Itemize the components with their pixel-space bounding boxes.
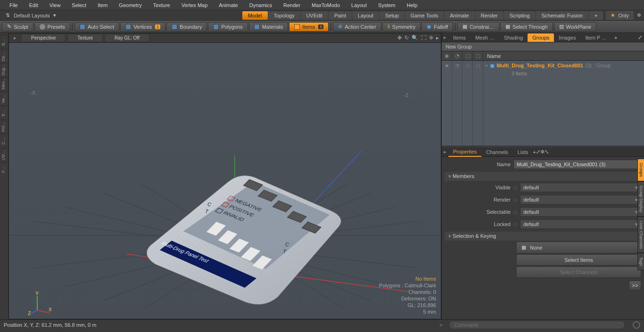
tab-render[interactable]: Render [475,11,504,20]
menu-view[interactable]: View [44,2,66,8]
tab-items[interactable]: Items [448,33,471,42]
menu-layout[interactable]: Layout [346,2,372,8]
new-group-button[interactable]: New Group [442,42,644,51]
workplane-button[interactable]: ▨WorkPlane [554,22,597,32]
tab-mesh[interactable]: Mesh … [471,33,499,42]
tab-topology[interactable]: Topology [268,11,300,20]
menu-animate[interactable]: Animate [213,2,243,8]
viewport[interactable]: ▸ Perspective Texture Ray GL: Off ✥ ↻ 🔍 … [8,33,441,319]
menu-maxtomodo[interactable]: MaxToModo [306,2,346,8]
select-items-button[interactable]: Select Items [516,254,641,266]
panel-arrow-icon[interactable]: ▸ [442,34,448,40]
left-tab-1[interactable]: De… [0,49,8,63]
visible-keyframe-icon[interactable]: ◇ [513,185,517,191]
undock-icon[interactable]: ⤢ [536,149,540,155]
menu-vertexmap[interactable]: Vertex Map [176,2,214,8]
tab-setup[interactable]: Setup [380,11,405,20]
select-through-button[interactable]: ▦Select Through [500,22,553,32]
add-panel-tab[interactable]: + [611,35,620,40]
locked-keyframe-icon[interactable]: ◇ [513,221,517,227]
presets-button[interactable]: Presets [34,22,70,32]
tab-lists[interactable]: Lists [513,148,533,156]
tab-itemp[interactable]: Item P … [580,33,611,42]
locked-dropdown[interactable]: default [520,219,641,229]
visible-dropdown[interactable]: default [520,183,641,192]
materials-button[interactable]: Materials [249,22,289,32]
tab-layout[interactable]: Layout [352,11,379,20]
tab-scripting[interactable]: Scripting [504,11,536,20]
view-mode-perspective[interactable]: Perspective [21,34,66,42]
tab-images[interactable]: Images [554,33,580,42]
view-mode-raygl[interactable]: Ray GL: Off [105,34,149,42]
layout-switcher[interactable]: ⇅ Default Layouts ▾ [2,12,60,18]
eye-column-icon[interactable]: ◉ [442,51,452,60]
rotate-icon[interactable]: ↻ [405,35,409,41]
boundary-button[interactable]: Boundary [166,22,207,32]
left-tab-4[interactable]: Ve… [0,91,8,105]
menu-geometry[interactable]: Geometry [113,2,147,8]
menu-system[interactable]: System [372,2,401,8]
left-tab-7[interactable]: C… [0,134,8,148]
command-input[interactable] [449,321,625,329]
vertices-button[interactable]: Vertices1 [120,22,165,32]
polygons-button[interactable]: Polygons [208,22,248,32]
prop-gear-icon[interactable]: ✲ [540,149,545,155]
name-column-header[interactable]: Name [483,53,504,59]
menu-render[interactable]: Render [278,2,306,8]
tab-shading[interactable]: Shading [499,33,528,42]
name-input[interactable] [513,160,641,169]
menu-texture[interactable]: Texture [148,2,176,8]
lock-column-icon[interactable]: ▢ [462,51,473,60]
axis-gizmo[interactable]: Y X Z [28,292,51,315]
add-tab-button[interactable]: + [589,11,603,20]
expand-icon[interactable]: + [483,63,490,68]
viewport-3d-canvas[interactable]: -X -Z [9,43,441,319]
tab-schematic[interactable]: Schematic Fusion [536,11,588,20]
menu-item[interactable]: Item [92,2,113,8]
more-button[interactable]: >> [629,281,641,290]
left-tab-2[interactable]: Dup… [0,63,8,77]
selectable-dropdown[interactable]: default [520,207,641,217]
left-tab-6[interactable]: Pol… [0,120,8,134]
tab-animate[interactable]: Animate [444,11,474,20]
only-button[interactable]: ★ Only [606,11,634,20]
left-tab-0[interactable]: B… [0,35,8,49]
viewport-arrow-icon[interactable]: ▸ [11,35,19,41]
move-icon[interactable]: ✥ [397,35,402,41]
prop-max-icon[interactable]: ⤡ [545,149,549,155]
tab-uvedit[interactable]: UVEdit [301,11,328,20]
side-tab-tags[interactable]: Tags [637,253,644,270]
symmetry-button[interactable]: ⦀Symmetry [382,22,421,32]
maximize-icon[interactable]: ⤢ [636,34,644,40]
select-channels-button[interactable]: Select Channels [516,267,641,278]
none-button[interactable]: ▦None [516,242,641,253]
left-tab-5[interactable]: E… [0,105,8,120]
action-center-button[interactable]: ⊕Action Center [333,22,381,32]
menu-select[interactable]: Select [66,2,92,8]
prop-arrow-icon[interactable]: ▸ [442,149,448,155]
tab-channels[interactable]: Channels [481,148,512,156]
render-dropdown[interactable]: default [520,195,641,204]
tab-properties[interactable]: Properties [448,147,481,157]
menu-help[interactable]: Help [401,2,423,8]
tab-paint[interactable]: Paint [329,11,352,20]
tab-model[interactable]: Model [242,11,268,20]
left-tab-8[interactable]: UV… [0,148,8,162]
side-tab-groups[interactable]: Groups [637,159,644,181]
items-button[interactable]: Items5 [289,22,329,32]
selectable-keyframe-icon[interactable]: ◇ [513,209,517,215]
view-mode-texture[interactable]: Texture [67,34,103,42]
left-tab-3[interactable]: Mes… [0,77,8,91]
tab-groups[interactable]: Groups [528,33,554,42]
expand-icon[interactable]: ⛶ [421,35,426,41]
next-icon[interactable]: ▸ [436,35,439,41]
selection-keying-section[interactable]: Selection & Keying [445,232,641,241]
layout-settings-icon[interactable]: ✲ [636,12,642,18]
left-tab-9[interactable]: F… [0,162,8,176]
side-tab-group-display[interactable]: Group Display [637,181,644,217]
tab-gametools[interactable]: Game Tools [405,11,444,20]
zoom-icon[interactable]: 🔍 [412,35,418,41]
side-tab-user-channels[interactable]: User Channels [637,217,644,253]
falloff-button[interactable]: ◉Falloff [421,22,453,32]
menu-dynamics[interactable]: Dynamics [244,2,278,8]
